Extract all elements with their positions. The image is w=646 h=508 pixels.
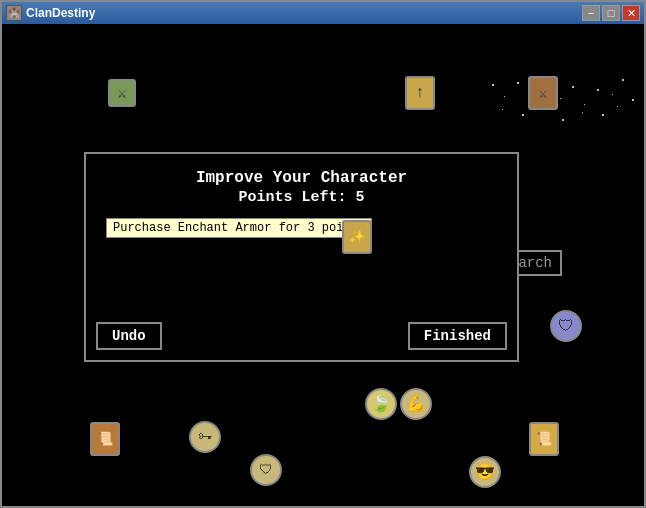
window-title: ClanDestiny xyxy=(26,6,95,20)
game-area: ⚔ ↑ ⚔ ⚔ 📜 🛡 🗺 ✨ 🍃 💪 🗝 📜 📜 😎 🛡 Research xyxy=(2,24,644,506)
dialog-buttons: Undo Finished xyxy=(96,322,507,350)
title-bar-left: 🏰 ClanDestiny xyxy=(6,5,95,21)
shield-circle-icon[interactable]: 🛡 xyxy=(550,310,582,342)
bottom-right-scroll-icon[interactable]: 📜 xyxy=(529,422,559,456)
chest-icon[interactable]: 🛡 xyxy=(250,454,282,486)
warrior-scroll-icon[interactable]: ⚔ xyxy=(528,76,558,110)
purchase-tooltip[interactable]: Purchase Enchant Armor for 3 points xyxy=(106,218,372,238)
minimize-button[interactable]: − xyxy=(582,5,600,21)
maximize-button[interactable]: □ xyxy=(602,5,620,21)
window-controls: − □ ✕ xyxy=(582,5,640,21)
fist-icon[interactable]: 💪 xyxy=(400,388,432,420)
finished-button[interactable]: Finished xyxy=(408,322,507,350)
improve-character-dialog: Improve Your Character Points Left: 5 Pu… xyxy=(84,152,519,362)
close-button[interactable]: ✕ xyxy=(622,5,640,21)
sword-scroll-icon[interactable]: ⚔ xyxy=(108,79,136,107)
dialog-subtitle: Points Left: 5 xyxy=(96,189,507,206)
dialog-title: Improve Your Character xyxy=(96,169,507,187)
title-bar: 🏰 ClanDestiny − □ ✕ xyxy=(2,2,644,24)
leaf-icon[interactable]: 🍃 xyxy=(365,388,397,420)
undo-button[interactable]: Undo xyxy=(96,322,162,350)
app-icon: 🏰 xyxy=(6,5,22,21)
helmet-icon[interactable]: 😎 xyxy=(469,456,501,488)
window-frame: 🏰 ClanDestiny − □ ✕ ⚔ ↑ ⚔ ⚔ 📜 🛡 🗺 ✨ 🍃 xyxy=(0,0,646,508)
key-icon[interactable]: 🗝 xyxy=(189,421,221,453)
bottom-left-scroll-icon[interactable]: 📜 xyxy=(90,422,120,456)
enchant-scroll-icon[interactable]: ✨ xyxy=(342,220,372,254)
up-arrow-scroll-icon[interactable]: ↑ xyxy=(405,76,435,110)
